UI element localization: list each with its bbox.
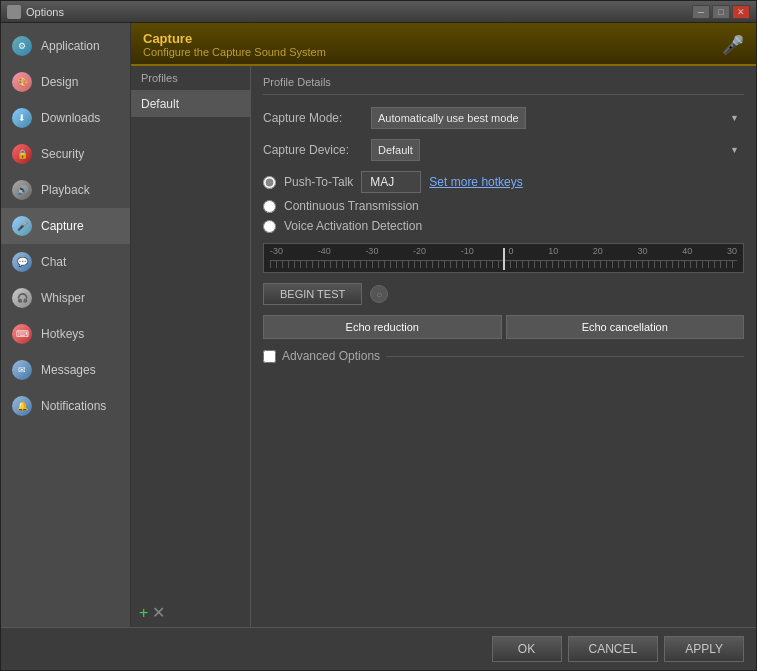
push-to-talk-row: Push-To-Talk Set more hotkeys: [263, 171, 744, 193]
panel-header-left: Capture Configure the Capture Sound Syst…: [143, 31, 326, 58]
capture-device-select[interactable]: Default: [371, 139, 420, 161]
remove-profile-button[interactable]: ✕: [152, 603, 165, 622]
panel-title: Capture: [143, 31, 326, 46]
sidebar-item-security[interactable]: 🔒 Security: [1, 136, 130, 172]
sidebar-item-whisper[interactable]: 🎧 Whisper: [1, 280, 130, 316]
sidebar-item-playback[interactable]: 🔊 Playback: [1, 172, 130, 208]
vad-radio[interactable]: [263, 220, 276, 233]
effect-buttons: Echo reduction Echo cancellation: [263, 315, 744, 339]
advanced-options-row: Advanced Options: [263, 349, 744, 363]
details-header: Profile Details: [263, 76, 744, 95]
capture-device-select-wrapper: Default: [371, 139, 744, 161]
meter-needle: [503, 248, 505, 270]
apply-button[interactable]: APPLY: [664, 636, 744, 662]
sidebar-label-security: Security: [41, 147, 84, 161]
options-window: Options ─ □ ✕ ⚙ Application 🎨 Design ⬇ D…: [0, 0, 757, 671]
capture-mode-select[interactable]: Automatically use best mode: [371, 107, 526, 129]
security-icon: 🔒: [11, 143, 33, 165]
capture-mode-label: Capture Mode:: [263, 111, 363, 125]
sidebar-label-downloads: Downloads: [41, 111, 100, 125]
set-hotkeys-link[interactable]: Set more hotkeys: [429, 175, 522, 189]
test-status-icon: ○: [370, 285, 388, 303]
capture-icon: 🎤: [11, 215, 33, 237]
capture-mode-row: Capture Mode: Automatically use best mod…: [263, 107, 744, 129]
advanced-options-checkbox[interactable]: [263, 350, 276, 363]
sidebar-label-whisper: Whisper: [41, 291, 85, 305]
sidebar-item-notifications[interactable]: 🔔 Notifications: [1, 388, 130, 424]
advanced-options-label: Advanced Options: [282, 349, 380, 363]
messages-icon: ✉: [11, 359, 33, 381]
advanced-options-line: [386, 356, 744, 357]
push-to-talk-label: Push-To-Talk: [284, 175, 353, 189]
audio-meter: -30 -40 -30 -20 -10 0 10 20 30 40 30: [263, 243, 744, 273]
hotkey-input[interactable]: [361, 171, 421, 193]
sidebar-item-design[interactable]: 🎨 Design: [1, 64, 130, 100]
bottom-bar: OK CANCEL APPLY: [1, 627, 756, 670]
sidebar-item-chat[interactable]: 💬 Chat: [1, 244, 130, 280]
profiles-header: Profiles: [131, 66, 250, 91]
capture-mode-select-wrapper: Automatically use best mode: [371, 107, 744, 129]
sidebar-item-downloads[interactable]: ⬇ Downloads: [1, 100, 130, 136]
profiles-footer: + ✕: [131, 598, 250, 627]
sidebar-label-hotkeys: Hotkeys: [41, 327, 84, 341]
ok-button[interactable]: OK: [492, 636, 562, 662]
close-button[interactable]: ✕: [732, 5, 750, 19]
echo-reduction-button[interactable]: Echo reduction: [263, 315, 502, 339]
minimize-button[interactable]: ─: [692, 5, 710, 19]
echo-cancellation-button[interactable]: Echo cancellation: [506, 315, 745, 339]
app-icon: ⚙: [11, 35, 33, 57]
sidebar-item-capture[interactable]: 🎤 Capture: [1, 208, 130, 244]
continuous-transmission-row: Continuous Transmission: [263, 199, 744, 213]
transmission-radio-group: Push-To-Talk Set more hotkeys Continuous…: [263, 171, 744, 233]
hotkeys-icon: ⌨: [11, 323, 33, 345]
title-bar-text: Options: [7, 5, 64, 19]
sidebar-label-application: Application: [41, 39, 100, 53]
sidebar-label-notifications: Notifications: [41, 399, 106, 413]
continuous-label: Continuous Transmission: [284, 199, 419, 213]
sidebar-label-chat: Chat: [41, 255, 66, 269]
profile-item-default[interactable]: Default: [131, 91, 250, 117]
playback-icon: 🔊: [11, 179, 33, 201]
sidebar-label-messages: Messages: [41, 363, 96, 377]
capture-icon: 🎤: [722, 34, 744, 56]
main-content: ⚙ Application 🎨 Design ⬇ Downloads 🔒 Sec…: [1, 23, 756, 627]
chat-icon: 💬: [11, 251, 33, 273]
sidebar: ⚙ Application 🎨 Design ⬇ Downloads 🔒 Sec…: [1, 23, 131, 627]
vad-label: Voice Activation Detection: [284, 219, 422, 233]
sidebar-item-hotkeys[interactable]: ⌨ Hotkeys: [1, 316, 130, 352]
design-icon: 🎨: [11, 71, 33, 93]
add-profile-button[interactable]: +: [139, 603, 148, 622]
profiles-panel: Profiles Default + ✕: [131, 66, 251, 627]
profiles-section: Profiles Default + ✕: [131, 66, 250, 627]
title-bar: Options ─ □ ✕: [1, 1, 756, 23]
begin-test-row: BEGIN TEST ○: [263, 283, 744, 305]
title-bar-controls: ─ □ ✕: [692, 5, 750, 19]
notifications-icon: 🔔: [11, 395, 33, 417]
push-to-talk-radio[interactable]: [263, 176, 276, 189]
cancel-button[interactable]: CANCEL: [568, 636, 659, 662]
panel-subtitle: Configure the Capture Sound System: [143, 46, 326, 58]
window-icon: [7, 5, 21, 19]
begin-test-button[interactable]: BEGIN TEST: [263, 283, 362, 305]
right-panel: Capture Configure the Capture Sound Syst…: [131, 23, 756, 627]
whisper-icon: 🎧: [11, 287, 33, 309]
vad-row: Voice Activation Detection: [263, 219, 744, 233]
sidebar-label-capture: Capture: [41, 219, 84, 233]
sidebar-label-design: Design: [41, 75, 78, 89]
maximize-button[interactable]: □: [712, 5, 730, 19]
continuous-radio[interactable]: [263, 200, 276, 213]
sidebar-item-messages[interactable]: ✉ Messages: [1, 352, 130, 388]
panel-body: Profiles Default + ✕ Profile Details Cap…: [131, 66, 756, 627]
details-panel: Profile Details Capture Mode: Automatica…: [251, 66, 756, 627]
downloads-icon: ⬇: [11, 107, 33, 129]
sidebar-label-playback: Playback: [41, 183, 90, 197]
capture-device-row: Capture Device: Default: [263, 139, 744, 161]
window-title: Options: [26, 6, 64, 18]
sidebar-item-application[interactable]: ⚙ Application: [1, 28, 130, 64]
capture-device-label: Capture Device:: [263, 143, 363, 157]
panel-header: Capture Configure the Capture Sound Syst…: [131, 23, 756, 66]
